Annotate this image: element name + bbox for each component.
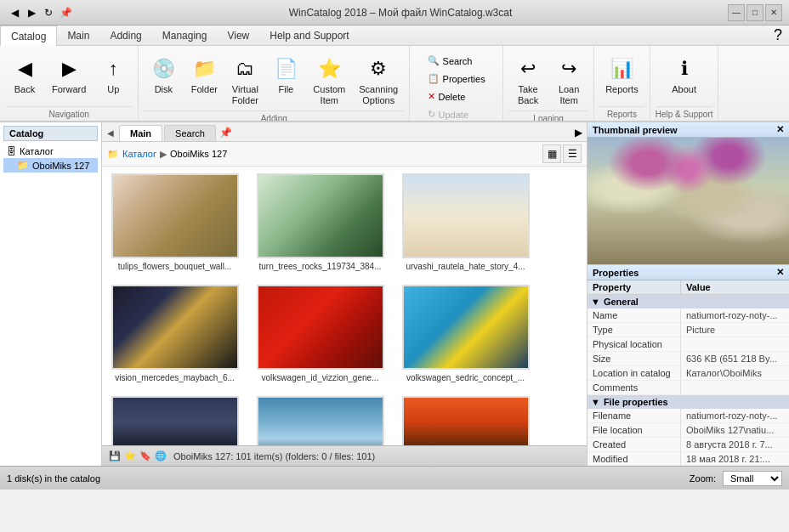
forward-nav-icon[interactable]: ▶ [24,5,39,20]
ribbon-adding-label: Adding [144,110,404,122]
disk-button[interactable]: 💿 Disk [144,51,183,99]
view-detail-button[interactable]: ☰ [563,144,582,163]
menu-tab-managing[interactable]: Managing [152,25,218,46]
about-button[interactable]: ℹ About [665,51,704,99]
minimize-button[interactable]: — [728,4,745,21]
menu-tab-help[interactable]: Help and Support [259,25,359,46]
custom-item-label: CustomItem [313,84,345,106]
virtual-folder-button[interactable]: 🗂 VirtualFolder [225,51,264,110]
properties-table: ▼ General Name natiumort-rozy-noty-... T… [587,295,789,466]
prop-fileloc-key: File location [587,423,681,437]
properties-header: Properties ✕ [587,265,789,280]
props-section-file[interactable]: ▼ File properties [587,395,789,409]
delete-button[interactable]: ✕ Delete [422,88,491,105]
ribbon-nav-items: ◀ Back ▶ Forward ↑ Up [5,49,133,106]
ribbon-group-adding: 💿 Disk 📁 Folder 🗂 VirtualFolder 📄 File ⭐… [139,46,410,121]
back-nav-icon[interactable]: ◀ [7,5,22,20]
section-file-collapse-icon: ▼ [591,397,600,407]
scanning-options-label: ScanningOptions [359,84,398,106]
menu-tab-main[interactable]: Main [57,25,99,46]
prop-size-key: Size [587,352,681,365]
list-item[interactable]: volkswagen_sedric_concept_... [400,285,531,382]
view-grid-button[interactable]: ▦ [542,144,561,163]
list-item[interactable]: turn_trees_rocks_119734_384... [254,173,386,271]
thumbnail-preview [587,138,789,265]
up-button[interactable]: ↑ Up [94,51,133,99]
back-button[interactable]: ◀ Back [5,51,44,99]
statusbar-icon-3: 🔖 [139,450,151,461]
list-item[interactable]: waterfall_river_stream_water... [254,396,386,445]
menu-tab-view[interactable]: View [217,25,259,46]
folder-button[interactable]: 📁 Folder [184,51,224,99]
search-button[interactable]: 🔍 Search [422,53,491,69]
file-name: volkswagen_sedric_concept_... [400,373,531,382]
properties-close-icon[interactable]: ✕ [776,267,784,278]
col-property: Property [587,280,681,294]
file-name: tulips_flowers_bouquet_wall... [109,262,241,271]
table-row: File location OboiMiks 127\natiu... [587,423,789,438]
file-name: vision_mercedes_maybach_6... [109,373,241,382]
loan-item-label: LoanItem [559,84,579,106]
file-button[interactable]: 📄 File [266,51,305,99]
table-row: Comments [587,381,789,395]
ribbon-reports-label: Reports [599,106,644,119]
view-buttons: ▦ ☰ [542,144,582,163]
statusbar-icon-4: 🌐 [155,450,167,461]
close-button[interactable]: ✕ [765,4,782,21]
tab-expand-icon[interactable]: ▶ [571,126,585,139]
props-section-general[interactable]: ▼ General [587,295,789,308]
list-item[interactable]: tulips_flowers_bouquet_wall... [109,173,241,271]
list-item[interactable]: volkswagen_id_vizzion_gene... [254,285,386,382]
thumbnail-close-icon[interactable]: ✕ [776,124,784,135]
properties-icon: 📋 [428,73,440,84]
titlebar-nav: ◀ ▶ ↻ 📌 [7,5,73,20]
reports-button[interactable]: 📊 Reports [599,51,644,99]
file-thumbnail [257,173,384,258]
ribbon-group-navigation: ◀ Back ▶ Forward ↑ Up Navigation [0,46,139,121]
tab-nav-left[interactable]: ◀ [104,126,117,139]
file-thumbnail [402,396,530,445]
menu-tab-catalog[interactable]: Catalog [0,25,57,46]
ribbon-group-loaning: ↩ TakeBack ↪ LoanItem Loaning [503,46,594,121]
titlebar: ◀ ▶ ↻ 📌 WinCatalog 2018 – Мой файл WinCa… [0,0,789,25]
loan-item-button[interactable]: ↪ LoanItem [549,51,588,110]
list-item[interactable]: wierschem_germany_castle_t... [400,396,531,445]
sidebar-item-catalog[interactable]: 🗄 Каталог [3,144,98,158]
breadcrumb-folder-icon: 📁 [107,149,119,160]
window-controls: — □ ✕ [728,4,782,21]
file-thumbnail [111,396,239,445]
forward-icon: ▶ [55,55,82,82]
zoom-label: Zoom: [690,473,716,484]
menu-tab-adding[interactable]: Adding [99,25,151,46]
disk-icon: 💿 [150,55,177,82]
scanning-options-button[interactable]: ⚙ ScanningOptions [353,51,404,110]
properties-panel: Thumbnail preview ✕ Properties ✕ Propert… [587,122,789,466]
tab-pin[interactable]: 📌 [218,124,235,141]
update-button[interactable]: ↻ Update [422,106,491,122]
ribbon-managing-items: 🔍 Search 📋 Properties ✕ Delete ↻ Update [418,49,495,122]
table-row: Filename natiumort-rozy-noty-... [587,409,789,423]
ribbon: ◀ Back ▶ Forward ↑ Up Navigation 💿 Disk … [0,46,789,122]
forward-button[interactable]: ▶ Forward [46,51,92,99]
list-item[interactable]: urvashi_rautela_hate_story_4... [400,173,531,271]
maximize-button[interactable]: □ [746,4,763,21]
refresh-nav-icon[interactable]: ↻ [41,5,56,20]
tab-main[interactable]: Main [119,125,162,141]
breadcrumb-catalog[interactable]: Каталог [122,149,156,159]
section-general-label: General [604,297,639,307]
list-item[interactable]: vision_mercedes_maybach_6... [109,285,241,382]
bottom-statusbar: 1 disk(s) in the catalog Zoom: Small Med… [0,466,789,490]
sidebar-header: Catalog [3,126,98,141]
take-back-button[interactable]: ↩ TakeBack [508,51,548,110]
tab-search[interactable]: Search [164,125,216,141]
file-row-2: vision_mercedes_maybach_6... volkswagen_… [109,285,580,382]
help-icon[interactable]: ? [774,26,789,44]
file-thumbnail [257,396,384,445]
properties-button[interactable]: 📋 Properties [422,71,491,87]
file-name: urvashi_rautela_hate_story_4... [400,262,531,271]
list-item[interactable]: waterfall_mountains_evening... [109,396,241,445]
custom-item-button[interactable]: ⭐ CustomItem [307,51,351,110]
sidebar-item-oboimiks[interactable]: 📁 OboiMiks 127 [3,158,98,173]
pin-nav-icon[interactable]: 📌 [58,5,73,20]
zoom-select[interactable]: Small Medium Large [723,471,782,486]
